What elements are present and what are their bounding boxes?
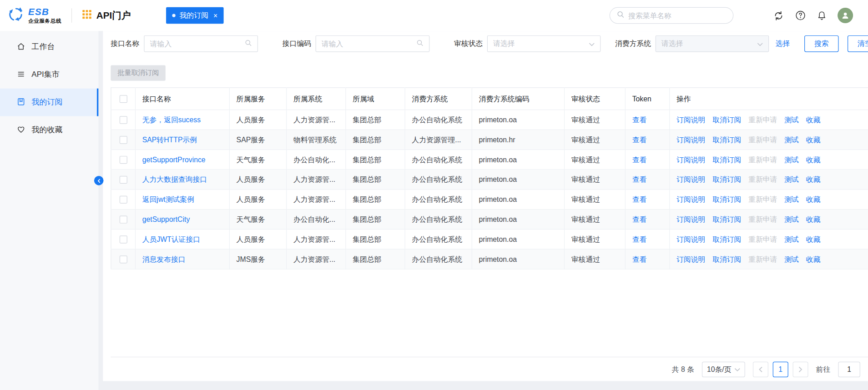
action-favorite-link[interactable]: 收藏 — [806, 155, 821, 163]
token-view-link[interactable]: 查看 — [632, 195, 647, 203]
row-checkbox[interactable] — [119, 256, 127, 264]
user-avatar[interactable] — [838, 8, 853, 23]
action-unsubscribe-link[interactable]: 取消订阅 — [712, 135, 741, 144]
action-test-link[interactable]: 测试 — [784, 115, 799, 124]
action-favorite-link[interactable]: 收藏 — [806, 235, 821, 243]
row-checkbox[interactable] — [119, 156, 127, 164]
table-row: 消息发布接口JMS服务人力资源管...集团总部办公自动化系统primeton.o… — [111, 249, 868, 269]
consumer-code-cell: primeton.oa — [479, 155, 517, 164]
next-page-button[interactable] — [793, 361, 808, 377]
tab-my-subscriptions[interactable]: 我的订阅 × — [166, 7, 223, 24]
sidebar-item-label: 我的收藏 — [31, 125, 62, 135]
prev-page-button[interactable] — [753, 361, 768, 377]
token-view-link[interactable]: 查看 — [632, 155, 647, 163]
action-unsubscribe-link[interactable]: 取消订阅 — [712, 255, 741, 263]
action-favorite-link[interactable]: 收藏 — [806, 195, 821, 203]
token-view-link[interactable]: 查看 — [632, 115, 647, 124]
interface-name-input[interactable] — [150, 40, 242, 48]
sidebar-item-api-market[interactable]: API集市 — [0, 61, 99, 89]
action-subscription-info-link[interactable]: 订阅说明 — [676, 255, 705, 263]
action-subscription-info-link[interactable]: 订阅说明 — [676, 235, 705, 243]
action-favorite-link[interactable]: 收藏 — [806, 255, 821, 263]
divider — [71, 8, 72, 23]
interface-name-link[interactable]: getSupportCity — [142, 215, 190, 223]
token-view-link[interactable]: 查看 — [632, 255, 647, 263]
interface-name-link[interactable]: 返回jwt测试案例 — [142, 195, 194, 203]
action-test-link[interactable]: 测试 — [784, 255, 799, 263]
row-checkbox[interactable] — [119, 236, 127, 244]
action-subscription-info-link[interactable]: 订阅说明 — [676, 175, 705, 183]
action-unsubscribe-link[interactable]: 取消订阅 — [712, 195, 741, 203]
system-cell: 物料管理系统 — [293, 135, 337, 144]
interface-code-label: 接口编码 — [283, 39, 311, 49]
action-favorite-link[interactable]: 收藏 — [806, 115, 821, 124]
token-view-link[interactable]: 查看 — [632, 135, 647, 144]
page-size-select[interactable]: 10条/页 — [702, 361, 745, 377]
interface-code-input[interactable] — [322, 40, 413, 48]
interface-name-link[interactable]: 人员JWT认证接口 — [142, 235, 200, 243]
action-unsubscribe-link[interactable]: 取消订阅 — [712, 175, 741, 183]
service-cell: 天气服务 — [237, 215, 265, 223]
token-view-link[interactable]: 查看 — [632, 215, 647, 223]
search-button[interactable]: 搜索 — [804, 35, 838, 52]
choose-consumer-system-link[interactable]: 选择 — [776, 39, 790, 49]
sidebar-item-workbench[interactable]: 工作台 — [0, 33, 99, 61]
action-test-link[interactable]: 测试 — [784, 215, 799, 223]
action-subscription-info-link[interactable]: 订阅说明 — [676, 155, 705, 163]
action-favorite-link[interactable]: 收藏 — [806, 175, 821, 183]
row-checkbox[interactable] — [119, 176, 127, 184]
interface-name-link[interactable]: getSupportProvince — [142, 155, 206, 164]
action-reapply-link: 重新申请 — [748, 175, 777, 183]
action-subscription-info-link[interactable]: 订阅说明 — [676, 115, 705, 124]
subscription-icon — [17, 97, 25, 108]
interface-name-link[interactable]: 无参，返回sucess — [142, 115, 201, 124]
action-test-link[interactable]: 测试 — [784, 155, 799, 163]
interface-name-link[interactable]: SAP转HTTP示例 — [142, 135, 197, 144]
consumer-system-cell: 人力资源管理... — [412, 135, 461, 144]
batch-unsubscribe-button[interactable]: 批量取消订阅 — [111, 65, 165, 81]
action-unsubscribe-link[interactable]: 取消订阅 — [712, 115, 741, 124]
action-favorite-link[interactable]: 收藏 — [806, 215, 821, 223]
sync-icon[interactable] — [773, 10, 785, 21]
consumer-system-label: 消费方系统 — [615, 39, 651, 49]
action-test-link[interactable]: 测试 — [784, 175, 799, 183]
audit-status-select[interactable]: 请选择 — [487, 35, 601, 52]
table-row: getSupportCity天气服务办公自动化...集团总部办公自动化系统pri… — [111, 210, 868, 230]
action-unsubscribe-link[interactable]: 取消订阅 — [712, 155, 741, 163]
action-subscription-info-link[interactable]: 订阅说明 — [676, 195, 705, 203]
row-checkbox[interactable] — [119, 216, 127, 224]
token-view-link[interactable]: 查看 — [632, 175, 647, 183]
action-test-link[interactable]: 测试 — [784, 195, 799, 203]
service-cell: 人员服务 — [237, 235, 265, 243]
bell-icon[interactable] — [817, 10, 827, 21]
action-subscription-info-link[interactable]: 订阅说明 — [676, 215, 705, 223]
consumer-system-cell: 办公自动化系统 — [412, 115, 462, 124]
chevron-down-icon — [735, 365, 740, 373]
filter-bar: 接口名称 接口编码 审核状态 — [111, 35, 868, 52]
help-icon[interactable] — [795, 10, 806, 21]
interface-name-link[interactable]: 人力大数据查询接口 — [142, 175, 207, 183]
menu-search-input[interactable] — [628, 11, 726, 20]
audit-status-placeholder: 请选择 — [493, 39, 515, 49]
goto-page-input[interactable] — [838, 361, 860, 377]
action-favorite-link[interactable]: 收藏 — [806, 135, 821, 144]
action-test-link[interactable]: 测试 — [784, 235, 799, 243]
page-number-button[interactable]: 1 — [773, 361, 788, 377]
chevron-down-icon — [589, 40, 595, 48]
token-view-link[interactable]: 查看 — [632, 235, 647, 243]
action-subscription-info-link[interactable]: 订阅说明 — [676, 135, 705, 144]
row-checkbox[interactable] — [119, 116, 127, 124]
select-all-checkbox[interactable] — [119, 95, 127, 103]
collapse-sidebar-button[interactable] — [94, 176, 104, 185]
action-test-link[interactable]: 测试 — [784, 135, 799, 144]
tab-close-icon[interactable]: × — [213, 11, 217, 20]
action-unsubscribe-link[interactable]: 取消订阅 — [712, 235, 741, 243]
consumer-system-cell: 办公自动化系统 — [412, 175, 462, 183]
interface-name-link[interactable]: 消息发布接口 — [142, 255, 186, 263]
sidebar-item-my-favorites[interactable]: 我的收藏 — [0, 116, 99, 144]
clear-button[interactable]: 清空 — [848, 35, 868, 52]
sidebar-item-my-subscriptions[interactable]: 我的订阅 — [0, 89, 99, 116]
row-checkbox[interactable] — [119, 196, 127, 204]
row-checkbox[interactable] — [119, 136, 127, 144]
action-unsubscribe-link[interactable]: 取消订阅 — [712, 215, 741, 223]
